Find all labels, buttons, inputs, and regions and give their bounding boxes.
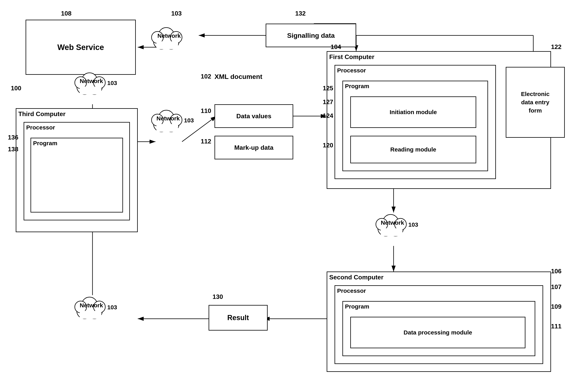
ref-110: 110 xyxy=(201,107,211,115)
ref-138: 138 xyxy=(8,146,18,153)
ref-103-mid-left: 103 xyxy=(107,80,117,86)
second-processor-label: Processor xyxy=(337,288,366,294)
svg-rect-30 xyxy=(80,87,101,95)
markup-data-box: Mark-up data xyxy=(215,136,293,159)
ref-136: 136 xyxy=(8,134,18,141)
ref-125: 125 xyxy=(323,85,333,92)
network-center-label: Network xyxy=(156,115,180,122)
data-values-label: Data values xyxy=(236,113,271,120)
ref-112: 112 xyxy=(201,138,211,145)
ref-124: 124 xyxy=(323,112,333,120)
ref-111: 111 xyxy=(551,323,562,330)
diagram: 108 103 132 Web Service Signalling data … xyxy=(0,0,588,388)
network-bottom-label: Network xyxy=(80,302,103,309)
electronic-form-label: Electronicdata entryform xyxy=(521,90,549,115)
ref-109: 109 xyxy=(551,303,562,310)
xml-document-label: XML document xyxy=(215,73,262,80)
second-program-label: Program xyxy=(345,303,369,310)
result-box: Result xyxy=(209,305,268,331)
third-processor-label: Processor xyxy=(26,124,55,131)
third-computer-title: Third Computer xyxy=(18,110,66,118)
svg-rect-36 xyxy=(156,124,178,132)
third-program-label: Program xyxy=(33,140,57,146)
reading-module-label: Reading module xyxy=(390,146,436,153)
signalling-data-label: Signalling data xyxy=(287,32,335,39)
web-service-label: Web Service xyxy=(57,43,104,52)
ref-103-bottom: 103 xyxy=(107,304,117,311)
signalling-data-box: Signalling data xyxy=(266,24,356,47)
initiation-module-label: Initiation module xyxy=(390,109,437,116)
markup-data-label: Mark-up data xyxy=(234,144,273,151)
network-cloud-bottom: Network 103 xyxy=(69,291,112,327)
ref-103-right-bottom: 103 xyxy=(408,221,418,228)
third-program-box: Program xyxy=(30,138,123,213)
result-label: Result xyxy=(227,314,249,322)
ref-104: 104 xyxy=(331,43,341,50)
electronic-form-box: Electronicdata entryform xyxy=(506,67,565,138)
svg-rect-42 xyxy=(381,228,402,236)
ref-103-center: 103 xyxy=(184,117,194,124)
network-cloud-mid-left: Network 103 xyxy=(69,67,112,102)
data-processing-module-box: Data processing module xyxy=(350,317,525,348)
network-top-label: Network xyxy=(157,32,181,39)
ref-122: 122 xyxy=(551,43,562,50)
data-values-box: Data values xyxy=(215,104,293,128)
web-service-box: Web Service xyxy=(25,20,136,75)
ref-106: 106 xyxy=(551,267,562,275)
network-cloud-center: Network 103 xyxy=(146,104,189,140)
second-computer-title: Second Computer xyxy=(329,274,384,281)
ref-120: 120 xyxy=(323,142,333,149)
ref-108: 108 xyxy=(61,10,72,17)
data-processing-module-label: Data processing module xyxy=(404,329,472,336)
first-processor-label: Processor xyxy=(337,67,366,74)
svg-rect-24 xyxy=(156,41,178,49)
ref-130: 130 xyxy=(213,293,223,300)
ref-103-top: 103 xyxy=(171,10,182,17)
initiation-module-box: Initiation module xyxy=(350,97,476,128)
ref-102: 102 xyxy=(201,73,211,80)
ref-127: 127 xyxy=(323,98,333,106)
ref-132: 132 xyxy=(295,10,306,17)
ref-100: 100 xyxy=(11,85,21,92)
first-computer-title: First Computer xyxy=(329,53,374,61)
reading-module-box: Reading module xyxy=(350,136,476,163)
network-right-bottom-label: Network xyxy=(381,219,404,226)
first-program-label: Program xyxy=(345,83,369,90)
svg-rect-48 xyxy=(80,311,101,319)
network-cloud-top: Network xyxy=(146,22,189,57)
network-mid-left-label: Network xyxy=(80,78,103,84)
ref-107: 107 xyxy=(551,283,562,291)
network-cloud-right-bottom: Network 103 xyxy=(370,209,413,244)
